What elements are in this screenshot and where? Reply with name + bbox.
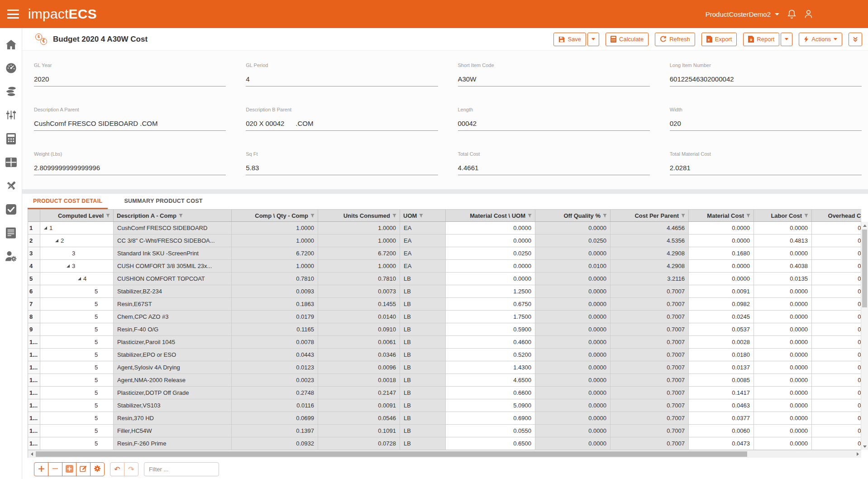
cell-level_label[interactable]: 5 — [40, 387, 114, 399]
actions-button[interactable]: Actions — [799, 33, 842, 46]
sidebar-item-tasks[interactable] — [0, 198, 22, 222]
cell-uom[interactable]: LB — [400, 425, 446, 437]
cell-level_label[interactable]: 5 — [40, 285, 114, 298]
report-button[interactable]: Report — [743, 33, 779, 46]
cell-overhead[interactable]: 0.0000 — [812, 387, 861, 399]
cell-units[interactable]: 0.0073 — [318, 285, 400, 298]
export-button[interactable]: xExport — [701, 33, 737, 46]
cell-desc[interactable]: Chem,CPC AZO #3 — [114, 311, 232, 323]
cell-matcost_uom[interactable]: 1.2500 — [446, 285, 535, 298]
cell-offqual[interactable]: 0.0000 — [535, 285, 610, 298]
cell-overhead[interactable]: 0.0000 — [812, 349, 861, 361]
cell-matcost_uom[interactable]: 0.4600 — [446, 336, 535, 349]
cell-offqual[interactable]: 0.0000 — [535, 336, 610, 349]
cell-matcost_uom[interactable]: 4.6500 — [446, 374, 535, 387]
column-header-qty[interactable]: Comp \ Qty - Comp — [232, 210, 318, 222]
sidebar-item-costing[interactable] — [0, 81, 22, 104]
cell-overhead[interactable]: 0.0000 — [812, 412, 861, 425]
column-header-matcost_uom[interactable]: Material Cost \ UOM — [446, 210, 535, 222]
tab-product-cost-detail[interactable]: PRODUCT COST DETAIL — [28, 194, 108, 209]
cell-qty[interactable]: 0.0078 — [232, 336, 318, 349]
cell-level_label[interactable]: 2 — [40, 235, 114, 247]
cell-cpp[interactable]: 4.2908 — [610, 247, 689, 260]
cell-offqual[interactable]: 0.0000 — [535, 412, 610, 425]
cell-matcost_uom[interactable]: 0.0000 — [446, 273, 535, 285]
sidebar-item-calculator[interactable] — [0, 128, 22, 151]
cell-level_label[interactable]: 4 — [40, 273, 114, 285]
cell-cpp[interactable]: 0.7007 — [610, 361, 689, 374]
cell-labor[interactable]: 0.0000 — [754, 374, 812, 387]
cell-level_label[interactable]: 3 — [40, 260, 114, 273]
cell-desc[interactable]: Stabilizer,BZ-234 — [114, 285, 232, 298]
cell-matcost_uom[interactable]: 1.4300 — [446, 361, 535, 374]
field-value-input[interactable]: 020 — [670, 120, 862, 131]
cell-qty[interactable]: 0.0116 — [232, 399, 318, 412]
cell-matcost_uom[interactable]: 0.0250 — [446, 247, 535, 260]
report-dropdown-button[interactable] — [781, 33, 792, 46]
cell-uom[interactable]: EA — [400, 260, 446, 273]
cell-overhead[interactable]: 0.0000 — [812, 273, 861, 285]
cell-labor[interactable]: 0.0000 — [754, 349, 812, 361]
cell-matcost[interactable]: 0.0537 — [689, 323, 754, 336]
tree-collapse-icon[interactable] — [55, 239, 58, 242]
add-button[interactable] — [34, 462, 48, 476]
cell-matcost[interactable]: 0.0245 — [689, 311, 754, 323]
cell-labor[interactable]: 0.0000 — [754, 387, 812, 399]
column-header-units[interactable]: Units Consumed — [318, 210, 400, 222]
cell-units[interactable]: 0.0346 — [318, 349, 400, 361]
cell-units[interactable]: 0.0091 — [318, 399, 400, 412]
cell-units[interactable]: 0.0096 — [318, 361, 400, 374]
cell-qty[interactable]: 0.2748 — [232, 387, 318, 399]
cell-cpp[interactable]: 0.7007 — [610, 311, 689, 323]
cell-desc[interactable]: Resin,370 HD — [114, 412, 232, 425]
sidebar-item-forms[interactable] — [0, 222, 22, 245]
cell-uom[interactable]: EA — [400, 247, 446, 260]
cell-desc[interactable]: Stabilizer,VS103 — [114, 399, 232, 412]
cell-uom[interactable]: LB — [400, 323, 446, 336]
cell-overhead[interactable]: 0.0000 — [812, 285, 861, 298]
cell-labor[interactable]: 0.0000 — [754, 285, 812, 298]
remove-button[interactable] — [48, 462, 62, 476]
field-value-input[interactable]: 4 — [246, 75, 438, 86]
cell-desc[interactable]: Plasticizer,DOTP Off Grade — [114, 387, 232, 399]
cell-cpp[interactable]: 0.7007 — [610, 298, 689, 311]
cell-offqual[interactable]: 0.0000 — [535, 361, 610, 374]
cell-units[interactable]: 0.1455 — [318, 298, 400, 311]
column-header-overhead[interactable]: Overhead Cost — [812, 210, 861, 222]
cell-cpp[interactable]: 0.7007 — [610, 437, 689, 450]
undo-button[interactable]: ↶ — [110, 462, 124, 476]
cell-uom[interactable]: EA — [400, 235, 446, 247]
cell-uom[interactable]: LB — [400, 412, 446, 425]
cell-qty[interactable]: 0.1165 — [232, 323, 318, 336]
cell-offqual[interactable]: 0.0000 — [535, 425, 610, 437]
cell-cpp[interactable]: 0.7007 — [610, 399, 689, 412]
cell-cpp[interactable]: 0.7007 — [610, 336, 689, 349]
cell-labor[interactable]: 0.0000 — [754, 222, 812, 235]
cell-qty[interactable]: 1.0000 — [232, 222, 318, 235]
column-header-matcost[interactable]: Material Cost — [689, 210, 754, 222]
cell-overhead[interactable]: 0.0000 — [812, 298, 861, 311]
cell-offqual[interactable]: 0.0000 — [535, 247, 610, 260]
cell-matcost[interactable]: 0.0000 — [689, 235, 754, 247]
redo-button[interactable]: ↷ — [124, 462, 138, 476]
cell-uom[interactable]: LB — [400, 374, 446, 387]
cell-matcost[interactable]: 0.0137 — [689, 361, 754, 374]
cell-units[interactable]: 0.0728 — [318, 437, 400, 450]
funnel-icon[interactable] — [528, 212, 532, 219]
cell-matcost[interactable]: 0.0377 — [689, 412, 754, 425]
funnel-icon[interactable] — [603, 212, 607, 219]
cell-uom[interactable]: LB — [400, 437, 446, 450]
cell-level_label[interactable]: 5 — [40, 298, 114, 311]
column-header-offqual[interactable]: Off Quality % — [535, 210, 610, 222]
cell-desc[interactable]: CushComf FRESCO SIDEBOARD — [114, 222, 232, 235]
cell-qty[interactable]: 0.0932 — [232, 437, 318, 450]
add-child-button[interactable] — [62, 462, 76, 476]
cell-labor[interactable]: 0.4813 — [754, 235, 812, 247]
cell-qty[interactable]: 6.7200 — [232, 247, 318, 260]
cell-labor[interactable]: 0.4038 — [754, 260, 812, 273]
cell-labor[interactable]: 0.0000 — [754, 298, 812, 311]
cell-matcost[interactable]: 0.0085 — [689, 374, 754, 387]
cell-offqual[interactable]: 0.0000 — [535, 222, 610, 235]
cell-uom[interactable]: LB — [400, 298, 446, 311]
funnel-icon[interactable] — [392, 212, 396, 219]
